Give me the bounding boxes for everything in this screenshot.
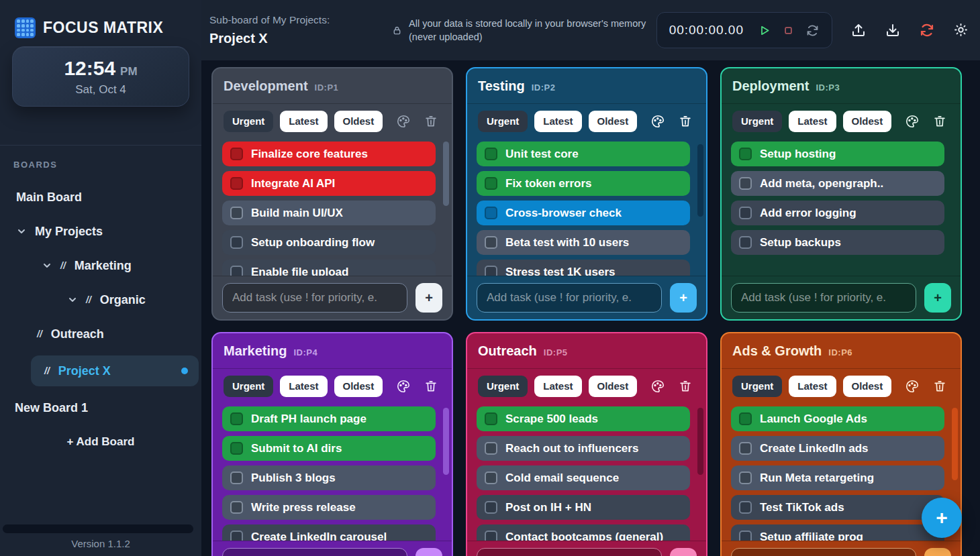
task-item[interactable]: Post on IH + HN xyxy=(477,495,690,520)
task-checkbox[interactable] xyxy=(739,177,752,190)
sidebar-item-new-board-1[interactable]: New Board 1 xyxy=(0,395,201,421)
task-item[interactable]: Scrape 500 leads xyxy=(477,406,690,431)
trash-icon[interactable] xyxy=(424,114,438,129)
reset-timer-icon[interactable] xyxy=(805,23,820,38)
task-checkbox[interactable] xyxy=(230,471,243,484)
task-item[interactable]: Cold email sequence xyxy=(477,465,690,490)
task-checkbox[interactable] xyxy=(230,236,243,249)
add-task-button[interactable]: + xyxy=(415,283,442,313)
task-item[interactable]: Build main UI/UX xyxy=(222,201,436,225)
upload-icon[interactable] xyxy=(850,22,867,38)
sort-urgent-button[interactable]: Urgent xyxy=(732,376,782,397)
task-item[interactable]: Add error logging xyxy=(731,201,944,225)
palette-icon[interactable] xyxy=(905,114,920,129)
task-checkbox[interactable] xyxy=(739,207,752,219)
trash-icon[interactable] xyxy=(424,379,438,394)
palette-icon[interactable] xyxy=(396,114,411,129)
scrollbar-thumb[interactable] xyxy=(443,408,449,475)
chevron-down-icon[interactable] xyxy=(67,294,78,305)
sort-urgent-button[interactable]: Urgent xyxy=(224,111,273,132)
trash-icon[interactable] xyxy=(932,379,947,394)
sort-latest-button[interactable]: Latest xyxy=(534,111,581,132)
bookmark-icon[interactable] xyxy=(451,114,453,129)
task-checkbox[interactable] xyxy=(485,207,497,219)
add-task-button[interactable]: + xyxy=(924,283,951,313)
task-checkbox[interactable] xyxy=(739,148,752,160)
trash-icon[interactable] xyxy=(678,114,693,129)
task-checkbox[interactable] xyxy=(485,531,497,541)
task-checkbox[interactable] xyxy=(230,148,243,160)
add-task-input[interactable] xyxy=(222,548,407,556)
task-checkbox[interactable] xyxy=(739,412,752,425)
add-task-input[interactable] xyxy=(222,283,407,313)
palette-icon[interactable] xyxy=(650,114,665,129)
chevron-down-icon[interactable] xyxy=(16,226,27,237)
task-item[interactable]: Setup onboarding flow xyxy=(222,230,436,255)
task-checkbox[interactable] xyxy=(739,471,752,484)
task-item[interactable]: Run Meta retargeting xyxy=(731,465,944,490)
task-checkbox[interactable] xyxy=(485,501,497,514)
sidebar-item-outreach[interactable]: // Outreach xyxy=(0,321,201,347)
task-item[interactable]: Integrate AI API xyxy=(222,171,436,196)
add-board-button[interactable]: + Add Board xyxy=(0,429,201,455)
scrollbar-thumb[interactable] xyxy=(697,408,703,475)
play-icon[interactable] xyxy=(757,23,771,38)
add-task-button[interactable]: + xyxy=(670,548,697,556)
task-checkbox[interactable] xyxy=(739,531,752,541)
bookmark-icon[interactable] xyxy=(960,114,962,129)
scrollbar-thumb[interactable] xyxy=(952,408,958,480)
sort-latest-button[interactable]: Latest xyxy=(534,376,581,397)
sort-latest-button[interactable]: Latest xyxy=(789,376,836,397)
trash-icon[interactable] xyxy=(678,379,693,394)
task-checkbox[interactable] xyxy=(230,177,243,190)
task-item[interactable]: Test TikTok ads xyxy=(731,495,944,520)
sort-oldest-button[interactable]: Oldest xyxy=(843,376,892,397)
bookmark-icon[interactable] xyxy=(451,379,453,394)
sort-oldest-button[interactable]: Oldest xyxy=(589,376,638,397)
chevron-down-icon[interactable] xyxy=(42,260,52,271)
sidebar-item-organic[interactable]: // Organic xyxy=(0,287,201,313)
sidebar-scrollbar[interactable] xyxy=(3,524,193,533)
add-task-input[interactable] xyxy=(731,283,916,313)
fab-add-button[interactable]: + xyxy=(922,498,962,538)
bookmark-icon[interactable] xyxy=(705,114,707,129)
task-checkbox[interactable] xyxy=(485,148,497,160)
sort-urgent-button[interactable]: Urgent xyxy=(478,376,528,397)
task-item[interactable]: Submit to AI dirs xyxy=(222,436,436,461)
task-checkbox[interactable] xyxy=(230,412,243,425)
palette-icon[interactable] xyxy=(396,379,411,394)
task-item[interactable]: Stress test 1K users xyxy=(477,260,690,276)
bookmark-icon[interactable] xyxy=(705,379,707,394)
palette-icon[interactable] xyxy=(905,379,920,394)
task-checkbox[interactable] xyxy=(485,412,497,425)
task-checkbox[interactable] xyxy=(739,236,752,249)
task-checkbox[interactable] xyxy=(230,501,243,514)
task-item[interactable]: Create LinkedIn ads xyxy=(731,436,944,461)
sort-oldest-button[interactable]: Oldest xyxy=(334,376,383,397)
task-item[interactable]: Setup backups xyxy=(731,230,944,255)
task-item[interactable]: Launch Google Ads xyxy=(731,406,944,431)
task-item[interactable]: Contact bootcamps (general) xyxy=(477,524,690,541)
task-item[interactable]: Unit test core xyxy=(477,142,690,166)
task-checkbox[interactable] xyxy=(485,471,497,484)
scrollbar-thumb[interactable] xyxy=(697,144,703,217)
task-item[interactable]: Setup affiliate prog xyxy=(731,524,944,541)
sidebar-item-my-projects[interactable]: My Projects xyxy=(0,219,201,244)
sort-latest-button[interactable]: Latest xyxy=(789,111,836,132)
task-checkbox[interactable] xyxy=(739,442,752,455)
task-item[interactable]: Fix token errors xyxy=(477,171,690,196)
add-task-input[interactable] xyxy=(731,548,916,556)
bookmark-icon[interactable] xyxy=(960,379,962,394)
add-task-button[interactable]: + xyxy=(924,548,951,556)
task-item[interactable]: Setup hosting xyxy=(731,142,944,166)
task-item[interactable]: Reach out to influencers xyxy=(477,436,690,461)
sort-urgent-button[interactable]: Urgent xyxy=(732,111,782,132)
task-checkbox[interactable] xyxy=(485,236,497,249)
add-task-button[interactable]: + xyxy=(415,548,442,556)
task-checkbox[interactable] xyxy=(485,177,497,190)
palette-icon[interactable] xyxy=(650,379,665,394)
reset-all-icon[interactable] xyxy=(919,22,935,38)
trash-icon[interactable] xyxy=(932,114,947,129)
task-item[interactable]: Beta test with 10 users xyxy=(477,230,690,255)
sidebar-item-project-x-active[interactable]: // Project X xyxy=(31,355,199,386)
